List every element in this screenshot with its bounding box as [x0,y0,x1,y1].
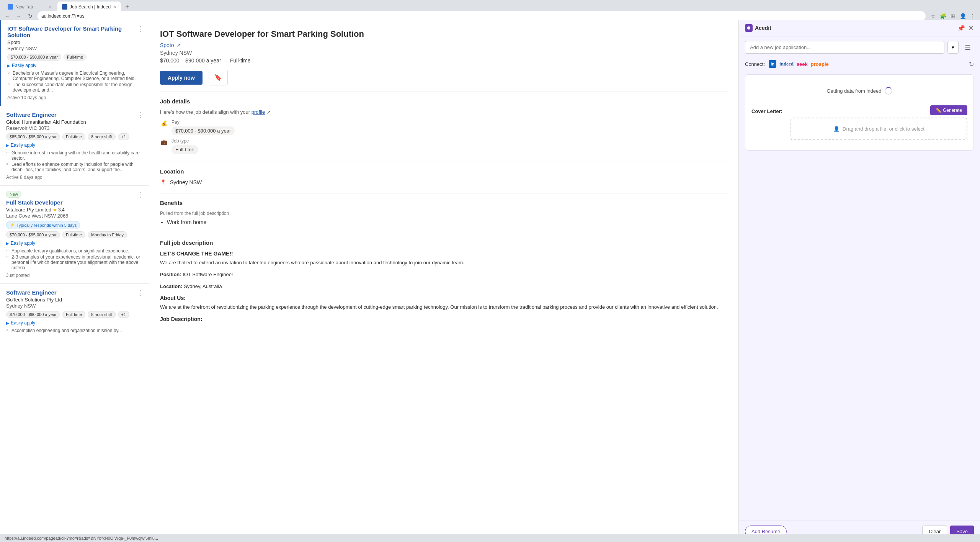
cover-letter-content: ✏️ Generate 👤 Drag and drop a file, or c… [791,105,967,144]
salary-badge-1: $70,000 - $90,000 a year [7,54,61,61]
prosple-logo[interactable]: prosple [811,60,829,68]
salary-badge-4: $70,000 - $90,000 a year [6,311,60,318]
browser-actions: ☆ 🧩 ⊞ 👤 ⋮ [929,12,977,20]
tab-close-2[interactable]: ✕ [113,5,116,10]
add-job-dropdown-button[interactable]: ▾ [947,41,959,54]
bullet-3-2: 2-3 examples of your experiences in prof… [6,254,143,270]
job-card-3-company: Vitalcare Pty Limited ★ 3.4 [6,207,143,213]
browser-tabs: New Tab ✕ Job Search | Indeed ✕ + [0,0,980,12]
sync-button[interactable]: ↻ [969,61,974,68]
new-tab-button[interactable]: + [122,2,132,12]
tab-indeed[interactable]: Job Search | Indeed ✕ [57,2,121,12]
easily-apply-1: Easily apply [7,63,143,68]
extensions-button[interactable]: 🧩 [939,12,947,20]
job-card-4-bullets: Accomplish engineering and organization … [6,328,143,333]
full-job-desc-section: Full job description LET'S CHANGE THE GA… [160,233,728,322]
external-link-icon[interactable]: ↗ [176,43,180,48]
job-card-2-bullets: Genuine interest in working within the h… [6,150,143,172]
job-card-4-menu[interactable]: ⋮ [137,288,144,297]
generate-button[interactable]: ✏️ Generate [930,105,967,115]
rating-badge-3: ★ 3.4 [53,207,65,213]
menu-button[interactable]: ⋮ [969,12,977,20]
desc-intro: LET'S CHANGE THE GAME!! [160,251,728,257]
job-card-2-badges: $85,000 - $95,000 a year Full-time 8 hou… [6,133,143,140]
job-detail-title: IOT Software Developer for Smart Parking… [160,29,728,39]
forward-button[interactable]: → [15,12,23,20]
grid-button[interactable]: ⊞ [949,12,957,20]
location-pin-icon: 📍 [160,179,166,185]
cover-letter-dropzone[interactable]: 👤 Drag and drop a file, or click to sele… [791,118,967,140]
indeed-logo[interactable]: indeed [779,60,794,68]
acedit-header: Acedit 📌 ✕ [739,20,980,36]
job-card-1-menu[interactable]: ⋮ [137,25,144,33]
acedit-pin-button[interactable]: 📌 [957,25,965,32]
cover-letter-label: Cover Letter: [751,105,786,114]
acedit-menu-button[interactable]: ☰ [962,42,974,53]
more-badge-4: +1 [118,311,130,318]
profile-button[interactable]: 👤 [959,12,967,20]
jobtype-badge-4: Full-time [62,311,85,318]
job-desc-label: Job Description: [160,316,728,322]
job-card-1-time: Active 10 days ago [7,95,143,100]
cover-letter-row: Cover Letter: ✏️ Generate 👤 Drag and dro… [751,105,967,144]
job-detail-location: Sydney NSW [160,50,728,56]
bookmark-button[interactable]: ☆ [929,12,937,20]
prosple-text: prosple [811,61,829,67]
job-card-2-title[interactable]: Software Engineer [6,111,143,118]
main-layout: ⋮ IOT Software Developer for Smart Parki… [0,20,980,542]
back-button[interactable]: ← [3,12,11,20]
job-card-3-bullets: Applicable tertiary qualifications, or s… [6,248,143,270]
job-card-1[interactable]: ⋮ IOT Software Developer for Smart Parki… [0,20,149,106]
easily-apply-3: Easily apply [6,241,143,246]
profile-link-icon: ↗ [266,109,271,115]
indeed-text: indeed [779,61,794,67]
jobtype-badge-3: Full-time [62,231,85,238]
bullet-1-2: The successful candidate will be respons… [7,82,143,93]
job-card-3[interactable]: ⋮ New Full Stack Developer Vitalcare Pty… [0,186,149,284]
job-detail-panel: IOT Software Developer for Smart Parking… [149,20,739,542]
add-job-input[interactable] [745,41,944,54]
job-card-4[interactable]: ⋮ Software Engineer GoTech Solutions Pty… [0,284,149,341]
apply-now-button[interactable]: Apply now [160,71,203,85]
acedit-body: ▾ ☰ Connect: in indeed seek [739,36,980,521]
star-icon: ★ [53,207,57,213]
job-card-1-title[interactable]: IOT Software Developer for Smart Parking… [7,25,143,38]
job-card-3-menu[interactable]: ⋮ [137,190,144,199]
job-card-2-company: Global Humanitarian Aid Foundation [6,119,143,125]
job-card-3-title[interactable]: Full Stack Developer [6,199,143,206]
acedit-close-button[interactable]: ✕ [968,24,974,32]
benefit-1: Work from home [167,219,728,225]
jobtype-icon: 💼 [160,138,168,146]
save-job-button[interactable]: 🔖 [209,70,228,85]
full-job-desc-heading: Full job description [160,239,728,246]
hours-badge-4: 8 hour shift [88,311,115,318]
job-card-1-company: Spoto [7,39,143,45]
connect-logos: in indeed seek prosple [769,60,829,68]
pay-icon: 💰 [160,120,168,127]
tab-new-tab[interactable]: New Tab ✕ [3,2,57,12]
getting-data-row: Getting data from indeed [751,81,967,101]
tab-close-1[interactable]: ✕ [49,5,52,10]
add-job-row: ▾ ☰ [745,41,974,54]
browser-toolbar: ← → ↻ au.indeed.com/?r=us ☆ 🧩 ⊞ 👤 ⋮ [0,12,980,20]
job-card-2[interactable]: ⋮ Software Engineer Global Humanitarian … [0,106,149,186]
getting-data-text: Getting data from indeed [826,88,881,94]
tab-title-2: Job Search | Indeed [70,4,111,10]
job-card-4-title[interactable]: Software Engineer [6,289,143,296]
hours-badge-2: 8 hour shift [88,133,115,140]
linkedin-logo[interactable]: in [769,60,776,68]
bullet-2-1: Genuine interest in working within the h… [6,150,143,161]
refresh-button[interactable]: ↻ [26,12,34,20]
profile-link[interactable]: profile [252,109,265,115]
acedit-header-actions: 📌 ✕ [957,24,974,32]
status-url: https://au.indeed.com/pagead/clk?mo=r&ad… [5,536,158,540]
job-card-2-time: Active 8 days ago [6,175,143,180]
job-header-actions: Apply now 🔖 [160,70,728,85]
seek-logo[interactable]: seek [797,60,808,68]
bullet-1-1: Bachelor's or Master's degree in Electri… [7,70,143,81]
location-section: Location 📍 Sydney NSW [160,162,728,185]
tab-favicon-1 [8,4,13,10]
connect-label: Connect: [745,61,765,67]
job-card-3-badges: $70,000 - $95,000 a year Full-time Monda… [6,231,143,238]
job-card-2-menu[interactable]: ⋮ [137,111,144,119]
